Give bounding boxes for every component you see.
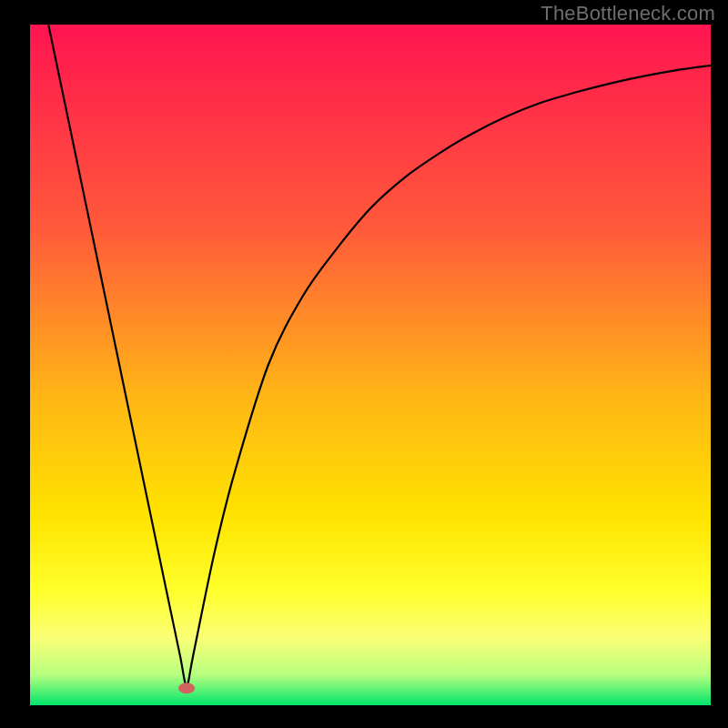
chart-container: { "watermark": "TheBottleneck.com", "cha… [0,0,728,728]
frame-bottom [0,705,728,728]
plot-background [30,25,711,705]
frame-right [711,0,728,728]
chart-svg [0,0,728,728]
minimum-marker [178,682,195,693]
frame-left [0,0,30,728]
watermark-text: TheBottleneck.com [541,2,715,25]
